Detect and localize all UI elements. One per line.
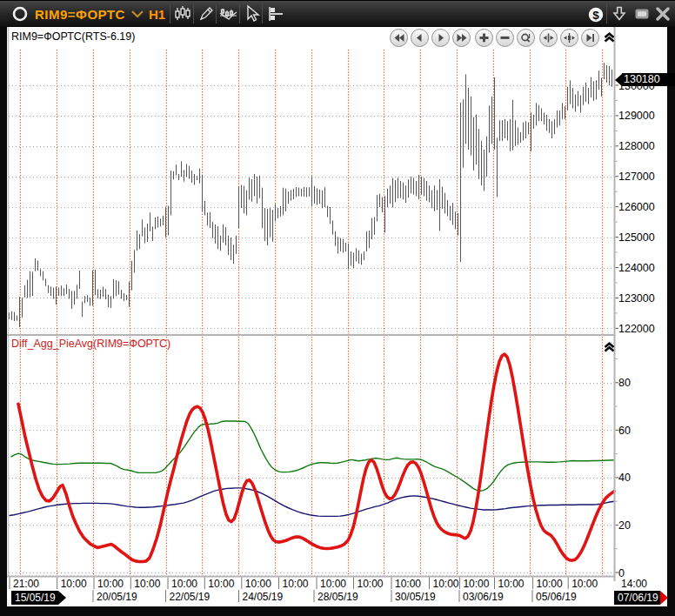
date-label: 20/05/19 (97, 591, 137, 603)
chart-area[interactable]: 1300001290001280001270001260001250001240… (7, 27, 667, 606)
time-label: 10:00 (61, 578, 87, 590)
separator (262, 4, 263, 23)
scroll-right-button[interactable] (431, 29, 450, 47)
time-label: 10:00 (537, 578, 563, 590)
time-label: 10:00 (571, 578, 598, 590)
time-label: 10:00 (134, 578, 160, 590)
go-to-end-button[interactable] (581, 29, 599, 47)
title-bar: RIM9=ФОРТС H1 (0, 0, 675, 26)
dollar-icon[interactable]: $ (585, 4, 606, 25)
price-label: 126000 (618, 201, 655, 213)
symbol-name[interactable]: RIM9=ФОРТС (35, 1, 125, 27)
date-label: 24/05/19 (243, 591, 284, 603)
cursor-icon[interactable] (242, 3, 263, 24)
time-label: 10:00 (433, 578, 459, 590)
badge-arrow (660, 591, 668, 605)
value-label: 80 (618, 377, 631, 389)
time-label: 10:00 (358, 578, 384, 590)
value-label: 20 (618, 519, 631, 532)
compress-bars-button[interactable] (560, 29, 578, 47)
scroll-fast-left-button[interactable] (390, 29, 408, 47)
instrument-icon (11, 1, 29, 27)
last-price-value: 130180 (622, 73, 675, 86)
indicator-line-avg-green (11, 421, 614, 491)
timeframe-label[interactable]: H1 (149, 1, 165, 27)
price-label: 125000 (618, 231, 655, 244)
separator (170, 4, 170, 23)
separator (239, 4, 240, 23)
separator (193, 4, 194, 23)
collapse-upper-panel-icon[interactable] (604, 30, 615, 41)
time-label: 10:00 (283, 578, 309, 590)
upper-panel-title: RIM9=ФОРТС(RTS-6.19) (11, 30, 135, 43)
close-icon[interactable] (652, 3, 673, 24)
separator (216, 4, 217, 23)
scroll-left-button[interactable] (411, 29, 429, 47)
date-label: 03/06/19 (463, 591, 504, 603)
start-date-badge: 15/05/19 (11, 591, 66, 605)
time-label: 10:00 (171, 578, 197, 590)
price-label: 122000 (618, 323, 655, 335)
end-date-text: 07/06/19 (614, 591, 660, 605)
date-label: 22/05/19 (170, 591, 211, 603)
chart-canvas: 1300001290001280001270001260001250001240… (7, 27, 667, 606)
separator (606, 4, 607, 23)
start-date-text: 15/05/19 (11, 591, 58, 605)
value-label: 40 (618, 472, 631, 484)
price-label: 123000 (618, 292, 655, 305)
lower-panel-title: Diff_Agg_PieAvg(RIM9=ФОРТС) (11, 338, 170, 350)
value-label: 60 (618, 425, 631, 437)
indicator-line-avg-navy (10, 488, 614, 517)
badge-arrow (615, 74, 622, 86)
price-label: 124000 (618, 262, 655, 274)
time-label: 14:00 (621, 578, 647, 590)
end-date-badge: 07/06/19 (614, 591, 668, 605)
zoom-select-button[interactable] (517, 29, 535, 47)
zoom-in-button[interactable] (475, 29, 493, 47)
chart-window: RIM9=ФОРТС H1 (0, 0, 675, 616)
svg-text:$: $ (592, 9, 599, 22)
levels-icon[interactable] (265, 3, 286, 24)
price-label: 128000 (618, 140, 655, 152)
time-label: 10:00 (320, 578, 346, 590)
time-label: 10:00 (395, 578, 421, 590)
indicator-window-icon[interactable] (218, 3, 239, 24)
price-label: 129000 (618, 110, 655, 122)
time-label: 10:00 (245, 578, 271, 590)
date-label: 30/05/19 (395, 591, 436, 603)
date-label: 05/06/19 (536, 591, 577, 603)
compress-horizontal-button[interactable] (539, 29, 558, 47)
chevron-down-icon[interactable] (130, 1, 144, 27)
pencil-icon[interactable] (196, 3, 217, 24)
maximize-icon[interactable] (632, 3, 652, 24)
time-label: 10:00 (97, 578, 124, 590)
collapse-lower-panel-icon[interactable] (604, 340, 615, 351)
time-label: 10:00 (463, 578, 489, 590)
download-icon[interactable] (609, 3, 630, 24)
badge-arrow (58, 591, 66, 605)
price-label: 127000 (618, 171, 655, 183)
indicator-line-Diff_Agg_PieAvg (18, 354, 614, 561)
price-bars (10, 63, 615, 327)
time-label: 10:00 (208, 578, 234, 590)
time-label: 21:00 (13, 578, 39, 590)
time-label: 10:00 (498, 578, 525, 590)
scroll-fast-right-button[interactable] (452, 29, 471, 47)
date-label: 28/05/19 (317, 591, 358, 603)
zoom-out-button[interactable] (496, 29, 514, 47)
chart-bars-icon[interactable] (172, 3, 193, 24)
last-price-badge: 130180 (615, 73, 675, 86)
